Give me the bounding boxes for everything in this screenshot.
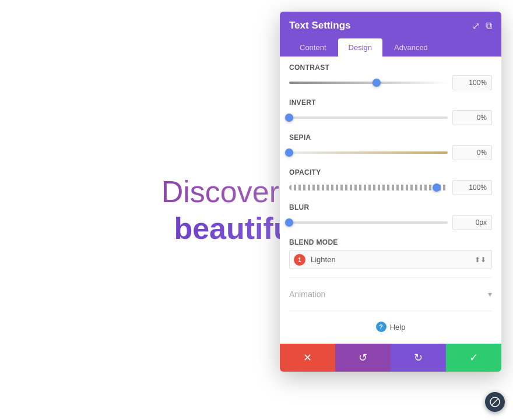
panel-header: Text Settings ⤢ ⧉ Content Design Advance…: [280, 12, 501, 57]
contrast-track: [289, 82, 448, 84]
tab-advanced[interactable]: Advanced: [384, 38, 438, 57]
help-row: ? Help: [289, 317, 492, 334]
opacity-value[interactable]: [452, 180, 492, 195]
blur-setting: Blur: [289, 203, 492, 230]
fab-button[interactable]: [485, 392, 505, 412]
tab-design[interactable]: Design: [338, 38, 382, 57]
panel-header-icons: ⤢ ⧉: [472, 20, 492, 31]
panel-title: Text Settings: [289, 20, 350, 31]
contrast-thumb: [373, 79, 381, 87]
blend-mode-setting: Blend Mode 1 Normal Multiply Screen Over…: [289, 238, 492, 269]
panel-body: Contrast Invert: [280, 57, 501, 344]
opacity-thumb: [433, 183, 441, 192]
contrast-setting: Contrast: [289, 63, 492, 90]
contrast-control: [289, 75, 492, 90]
animation-chevron-icon: ▾: [488, 290, 492, 299]
invert-slider[interactable]: [289, 114, 448, 122]
contrast-value[interactable]: [452, 75, 492, 90]
undo-button[interactable]: ↺: [335, 344, 391, 372]
opacity-track: [289, 185, 448, 190]
tab-content[interactable]: Content: [289, 38, 337, 57]
panel-footer: ✕ ↺ ↻ ✓: [280, 344, 501, 372]
invert-setting: Invert: [289, 98, 492, 125]
blur-slider[interactable]: [289, 218, 448, 227]
invert-track: [289, 117, 448, 119]
invert-value[interactable]: [452, 110, 492, 125]
blend-mode-select[interactable]: Normal Multiply Screen Overlay Darken Li…: [289, 250, 492, 269]
sepia-track: [289, 151, 448, 154]
contrast-slider[interactable]: [289, 79, 448, 87]
blur-thumb: [285, 218, 293, 227]
panel-tabs: Content Design Advanced: [289, 38, 492, 57]
opacity-control: [289, 180, 492, 195]
opacity-setting: Opacity: [289, 168, 492, 195]
blend-mode-select-wrap: 1 Normal Multiply Screen Overlay Darken …: [289, 250, 492, 269]
sepia-label: Sepia: [289, 133, 492, 142]
sepia-slider[interactable]: [289, 149, 448, 157]
blur-value[interactable]: [452, 215, 492, 230]
blur-track: [289, 221, 448, 224]
panel-title-row: Text Settings ⤢ ⧉: [289, 20, 492, 31]
svg-line-1: [491, 398, 498, 405]
contrast-label: Contrast: [289, 63, 492, 72]
opacity-slider[interactable]: [289, 183, 448, 192]
animation-toggle[interactable]: Animation ▾: [289, 284, 492, 305]
invert-label: Invert: [289, 98, 492, 107]
animation-label: Animation: [289, 290, 325, 299]
help-icon: ?: [376, 322, 386, 332]
cancel-button[interactable]: ✕: [280, 344, 335, 372]
redo-button[interactable]: ↻: [391, 344, 446, 372]
save-button[interactable]: ✓: [446, 344, 501, 372]
settings-panel: Text Settings ⤢ ⧉ Content Design Advance…: [280, 12, 501, 372]
divider: [289, 277, 492, 278]
opacity-label: Opacity: [289, 168, 492, 177]
sepia-control: [289, 145, 492, 160]
expand-icon[interactable]: ⤢: [472, 20, 480, 31]
blend-badge: 1: [294, 254, 305, 266]
divider2: [289, 310, 492, 311]
blur-control: [289, 215, 492, 230]
invert-control: [289, 110, 492, 125]
sepia-thumb: [285, 149, 293, 157]
invert-thumb: [285, 114, 293, 122]
sepia-value[interactable]: [452, 145, 492, 160]
help-text[interactable]: Help: [390, 323, 406, 331]
blur-label: Blur: [289, 203, 492, 211]
blend-mode-label: Blend Mode: [289, 238, 492, 246]
sepia-setting: Sepia: [289, 133, 492, 160]
split-icon[interactable]: ⧉: [486, 20, 492, 31]
